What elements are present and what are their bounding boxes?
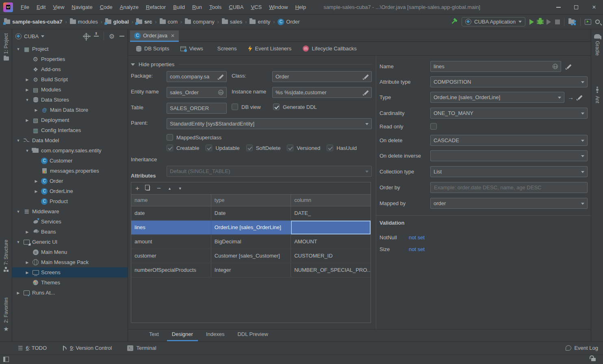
toolwindow-button-event-log[interactable]: Event Log [566, 345, 598, 351]
generate-ddl-checkbox[interactable]: Generate DDL [273, 104, 317, 110]
edit-pencil-icon[interactable] [363, 90, 369, 95]
chevron-right-icon[interactable]: ▶ [33, 108, 39, 112]
mapped-superclass-checkbox[interactable]: MappedSuperclass [167, 134, 221, 141]
chevron-down-icon[interactable]: ▼ [15, 210, 21, 214]
flag-checkbox-updatable[interactable]: Updatable [206, 145, 239, 151]
tree-item[interactable]: ▶Build Script [12, 74, 128, 84]
edit-pencil-icon[interactable] [363, 74, 369, 79]
table-row[interactable]: customerCustomer [sales_Customer]CUSTOME… [131, 249, 371, 263]
cell-column[interactable] [291, 220, 371, 234]
toggle-toolwindows-icon[interactable] [3, 357, 9, 362]
table-field[interactable]: SALES_ORDER [167, 103, 227, 114]
chevron-down-icon[interactable]: ▼ [15, 240, 21, 244]
designer-tool-views[interactable]: Views [180, 46, 203, 52]
tree-item[interactable]: ▼Generic UI [12, 237, 128, 247]
attribute-type-select[interactable]: COMPOSITION [430, 76, 588, 87]
flag-checkbox-creatable[interactable]: Creatable [167, 145, 199, 151]
cell-type[interactable]: OrderLine [sales_OrderLine] [211, 220, 291, 234]
cell-column[interactable]: CUSTOMER_ID [291, 249, 371, 263]
tree-item[interactable]: ▶OrderLine [12, 186, 128, 196]
menu-item-navigate[interactable]: Navigate [68, 2, 96, 12]
tree-item[interactable]: ▼Middleware [12, 206, 128, 217]
package-field[interactable]: com.company.sa [167, 71, 227, 82]
menu-item-vcs[interactable]: VCS [247, 2, 265, 12]
menu-item-analyze[interactable]: Analyze [116, 2, 142, 12]
cell-name[interactable]: lines [131, 220, 211, 234]
project-structure-icon[interactable] [568, 20, 575, 24]
add-attribute-icon[interactable]: + [135, 184, 139, 193]
gear-icon[interactable]: ⚙ [109, 32, 115, 40]
collapse-all-icon[interactable] [94, 33, 99, 39]
column-header-column[interactable]: column [291, 195, 371, 206]
tree-item[interactable]: ▼com.company.sales.entity [12, 145, 128, 156]
table-row[interactable]: numberOfSpecialProductsIntegerNUMBER_OF_… [131, 263, 371, 277]
search-everywhere-icon[interactable] [595, 20, 600, 24]
chevron-right-icon[interactable]: ▶ [24, 230, 30, 234]
flag-checkbox-hasuuid[interactable]: HasUuid [327, 145, 357, 151]
cell-type[interactable]: Customer [sales_Customer] [211, 249, 291, 263]
globe-icon[interactable] [218, 90, 223, 95]
column-header-name[interactable]: name [131, 195, 211, 206]
run-button[interactable] [529, 19, 534, 25]
chevron-right-icon[interactable]: ▶ [33, 179, 39, 183]
toolwindow-button-terminal[interactable]: ›_Terminal [127, 345, 156, 351]
tree-item[interactable]: ▶Main Data Store [12, 105, 128, 115]
tab-text[interactable]: Text [144, 329, 164, 341]
tree-item[interactable]: Properties [12, 54, 128, 64]
size-not-set-link[interactable]: not set [409, 246, 425, 252]
unlocked-padlock-icon[interactable] [591, 358, 596, 361]
cell-name[interactable]: date [131, 206, 211, 220]
edit-pencil-icon[interactable] [566, 64, 571, 69]
toolwindow-button-todo[interactable]: ☰6: TODO [18, 345, 47, 351]
tree-item[interactable]: Add-ons [12, 64, 128, 74]
chevron-right-icon[interactable]: ▶ [24, 271, 30, 275]
designer-tool-db-scripts[interactable]: DB Scripts [136, 46, 169, 52]
menu-item-code[interactable]: Code [96, 2, 116, 12]
navigate-to-type-icon[interactable]: → [568, 94, 574, 101]
type-select[interactable]: OrderLine [sales_OrderLine] [430, 92, 564, 103]
chevron-down-icon[interactable]: ▼ [24, 98, 30, 102]
tab-indexes[interactable]: Indexes [201, 329, 230, 341]
on-delete-inverse-select[interactable] [430, 150, 588, 161]
chevron-right-icon[interactable]: ▶ [24, 118, 30, 122]
designer-tool-screens[interactable]: Screens [215, 46, 237, 52]
name-input[interactable] [434, 63, 550, 69]
tree-item[interactable]: Services [12, 217, 128, 227]
toolstripe-favorites[interactable]: 2: Favorites ★ [0, 297, 12, 333]
menu-item-tools[interactable]: Tools [206, 2, 225, 12]
menu-item-refactor[interactable]: Refactor [142, 2, 169, 12]
menu-item-edit[interactable]: Edit [33, 2, 49, 12]
tab-ddl-preview[interactable]: DDL Preview [232, 329, 273, 341]
close-button[interactable]: × [585, 0, 603, 14]
toolstripe-structure[interactable]: 7: Structure [0, 240, 12, 272]
mapped-by-select[interactable]: order [430, 198, 588, 209]
breadcrumb-modules[interactable]: modules [69, 18, 99, 26]
on-delete-select[interactable]: CASCADE [430, 135, 588, 146]
toolwindow-button-version-control[interactable]: 9: Version Control [62, 345, 112, 351]
tree-item[interactable]: ▶Modules [12, 84, 128, 95]
menu-item-file[interactable]: File [17, 2, 33, 12]
breadcrumb-sample-sales-cuba7[interactable]: sample-sales-cuba7 [3, 18, 63, 26]
chevron-down-icon[interactable]: ▼ [24, 149, 30, 153]
move-down-icon[interactable]: ▼ [178, 186, 182, 191]
minimize-button[interactable] [549, 0, 567, 14]
toolstripe-gradle[interactable]: Gradle [591, 34, 603, 56]
tree-item[interactable]: Main Menu [12, 247, 128, 257]
maximize-button[interactable] [567, 0, 585, 14]
move-up-icon[interactable]: ▲ [168, 186, 171, 191]
notnull-not-set-link[interactable]: not set [409, 234, 425, 240]
tab-order-java[interactable]: C Order.java ✕ [130, 30, 179, 42]
chevron-right-icon[interactable]: ▶ [24, 260, 30, 264]
build-hammer-icon[interactable] [451, 18, 458, 26]
chevron-down-icon[interactable]: ▼ [15, 47, 21, 51]
chevron-right-icon[interactable]: ▶ [15, 291, 21, 295]
collection-type-select[interactable]: List [430, 166, 588, 177]
inheritance-select[interactable]: Default (SINGLE_TABLE) [167, 166, 372, 177]
breadcrumb-src[interactable]: src [135, 18, 153, 26]
stop-button[interactable] [555, 20, 560, 24]
cell-type[interactable]: Date [211, 206, 291, 220]
table-row[interactable]: amountBigDecimalAMOUNT [131, 234, 371, 249]
read-only-checkbox[interactable] [430, 123, 437, 130]
hide-panel-icon[interactable] [119, 36, 124, 37]
db-view-checkbox[interactable]: DB view [232, 104, 261, 110]
